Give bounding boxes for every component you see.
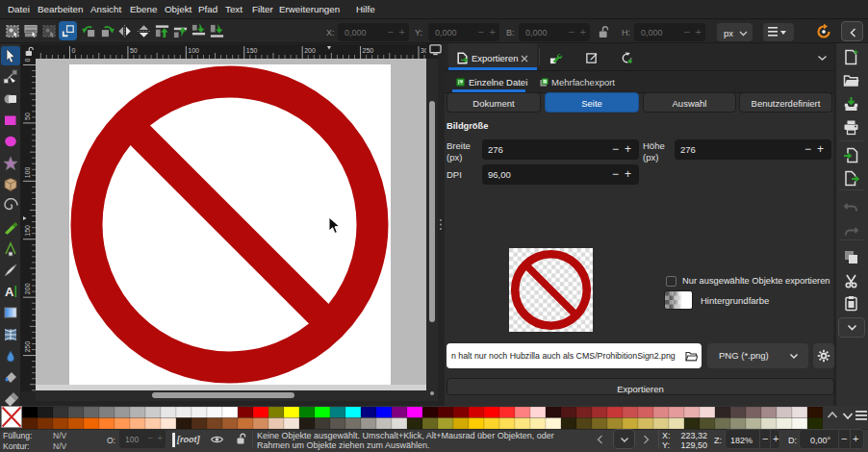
svg-text:200: 200 [24, 283, 31, 294]
svg-text:150: 150 [246, 47, 258, 54]
svg-text:250: 250 [24, 341, 31, 353]
svg-text:250: 250 [363, 47, 374, 54]
svg-text:0: 0 [24, 59, 31, 63]
svg-text:100: 100 [24, 167, 31, 179]
svg-text:A: A [5, 285, 14, 299]
svg-text:150: 150 [24, 225, 31, 237]
svg-text:50: 50 [130, 47, 138, 54]
svg-text:0: 0 [72, 47, 76, 54]
svg-text:50: 50 [24, 113, 31, 120]
svg-text:100: 100 [188, 47, 199, 54]
svg-text:200: 200 [304, 47, 316, 54]
